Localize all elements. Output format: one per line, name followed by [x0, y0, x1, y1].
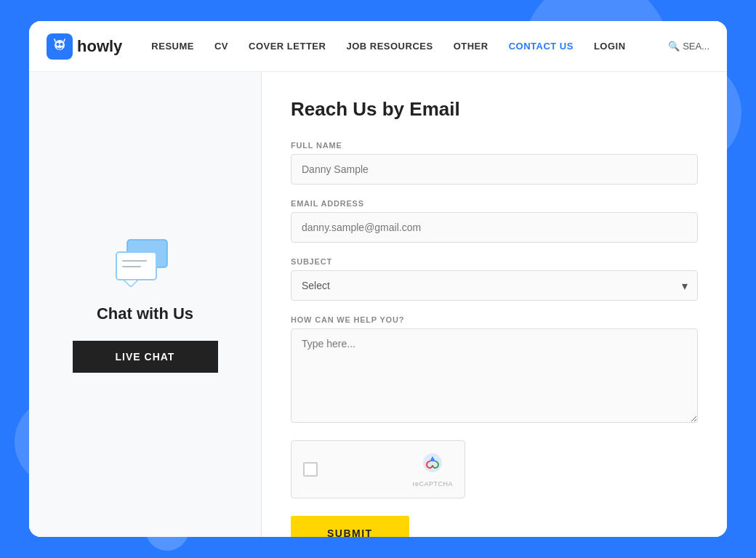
nav-right: 🔍 SEA...	[668, 41, 709, 52]
logo-icon	[47, 33, 73, 60]
chat-title: Chat with Us	[97, 304, 193, 323]
full-name-group: FULL NAME	[291, 141, 698, 185]
search-area[interactable]: 🔍 SEA...	[668, 41, 709, 52]
chat-icon-container	[113, 236, 178, 290]
subject-label: SUBJECT	[291, 257, 698, 266]
svg-point-1	[57, 43, 60, 46]
search-label: SEA...	[683, 41, 709, 52]
nav-resume[interactable]: RESUME	[151, 41, 194, 52]
live-chat-button[interactable]: LIVE CHAT	[73, 341, 218, 373]
message-group: HOW CAN WE HELP YOU?	[291, 315, 698, 426]
search-icon: 🔍	[668, 41, 680, 52]
chat-bubbles-icon	[113, 236, 178, 287]
submit-button[interactable]: SUBMIT	[291, 516, 409, 537]
form-panel: Reach Us by Email FULL NAME EMAIL ADDRES…	[262, 72, 727, 537]
full-name-input[interactable]	[291, 154, 698, 185]
captcha-checkbox[interactable]	[303, 462, 318, 477]
recaptcha-icon	[421, 451, 444, 479]
message-textarea[interactable]	[291, 328, 698, 423]
nav-job-resources[interactable]: JOB RESOURCES	[346, 41, 433, 52]
logo-text: howly	[77, 37, 122, 56]
message-label: HOW CAN WE HELP YOU?	[291, 315, 698, 324]
content-area: Chat with Us LIVE CHAT Reach Us by Email…	[29, 72, 727, 537]
logo-area: howly	[47, 33, 122, 60]
subject-select[interactable]: Select General Inquiry Technical Support…	[291, 270, 698, 301]
nav-bar: howly RESUME CV COVER LETTER JOB RESOURC…	[29, 21, 727, 72]
captcha-widget[interactable]: reCAPTCHA	[291, 440, 465, 498]
subject-select-wrapper: Select General Inquiry Technical Support…	[291, 270, 698, 301]
full-name-label: FULL NAME	[291, 141, 698, 150]
nav-links: RESUME CV COVER LETTER JOB RESOURCES OTH…	[151, 41, 668, 52]
subject-group: SUBJECT Select General Inquiry Technical…	[291, 257, 698, 301]
chat-panel: Chat with Us LIVE CHAT	[29, 72, 262, 537]
main-card: howly RESUME CV COVER LETTER JOB RESOURC…	[29, 21, 727, 537]
nav-cv[interactable]: CV	[214, 41, 228, 52]
form-title: Reach Us by Email	[291, 98, 698, 121]
email-label: EMAIL ADDRESS	[291, 199, 698, 208]
nav-contact-us[interactable]: CONTACT US	[509, 41, 574, 52]
nav-cover-letter[interactable]: COVER LETTER	[249, 41, 326, 52]
svg-point-2	[60, 43, 63, 46]
captcha-text: reCAPTCHA	[412, 480, 453, 488]
svg-marker-5	[124, 280, 138, 287]
captcha-branding: reCAPTCHA	[412, 451, 453, 488]
nav-other[interactable]: OTHER	[454, 41, 488, 52]
email-group: EMAIL ADDRESS	[291, 199, 698, 243]
email-input[interactable]	[291, 212, 698, 243]
nav-login[interactable]: LOGIN	[594, 41, 626, 52]
